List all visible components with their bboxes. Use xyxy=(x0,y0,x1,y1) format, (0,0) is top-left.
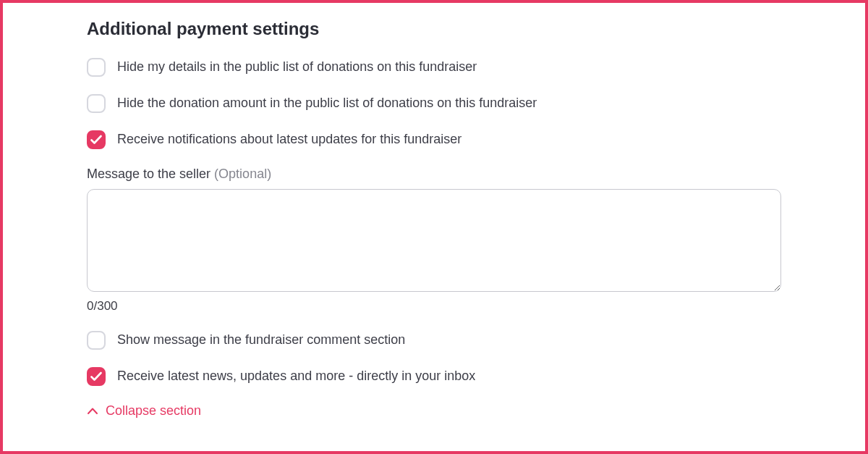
checkbox-notifications-row: Receive notifications about latest updat… xyxy=(87,130,781,149)
checkbox-newsletter-row: Receive latest news, updates and more - … xyxy=(87,367,781,386)
checkbox-show-message[interactable] xyxy=(87,331,106,350)
checkbox-hide-amount-row: Hide the donation amount in the public l… xyxy=(87,94,781,113)
message-field-optional: (Optional) xyxy=(214,167,271,181)
message-textarea[interactable] xyxy=(87,189,781,292)
checkbox-hide-details-label: Hide my details in the public list of do… xyxy=(117,59,477,75)
checkbox-hide-details[interactable] xyxy=(87,58,106,77)
message-field-label: Message to the seller (Optional) xyxy=(87,167,781,182)
message-field-label-text: Message to the seller xyxy=(87,167,210,181)
checkbox-hide-amount[interactable] xyxy=(87,94,106,113)
message-char-count: 0/300 xyxy=(87,299,781,314)
chevron-up-icon xyxy=(87,406,98,416)
checkbox-newsletter[interactable] xyxy=(87,367,106,386)
page-title: Additional payment settings xyxy=(87,19,781,39)
checkbox-hide-amount-label: Hide the donation amount in the public l… xyxy=(117,95,537,112)
checkbox-show-message-label: Show message in the fundraiser comment s… xyxy=(117,332,405,348)
collapse-section-button[interactable]: Collapse section xyxy=(87,403,781,419)
checkbox-newsletter-label: Receive latest news, updates and more - … xyxy=(117,368,475,384)
check-icon xyxy=(90,371,102,382)
check-icon xyxy=(90,135,102,145)
checkbox-notifications-label: Receive notifications about latest updat… xyxy=(117,131,461,148)
checkbox-hide-details-row: Hide my details in the public list of do… xyxy=(87,58,781,77)
checkbox-show-message-row: Show message in the fundraiser comment s… xyxy=(87,331,781,350)
collapse-section-label: Collapse section xyxy=(106,403,201,419)
checkbox-notifications[interactable] xyxy=(87,130,106,149)
